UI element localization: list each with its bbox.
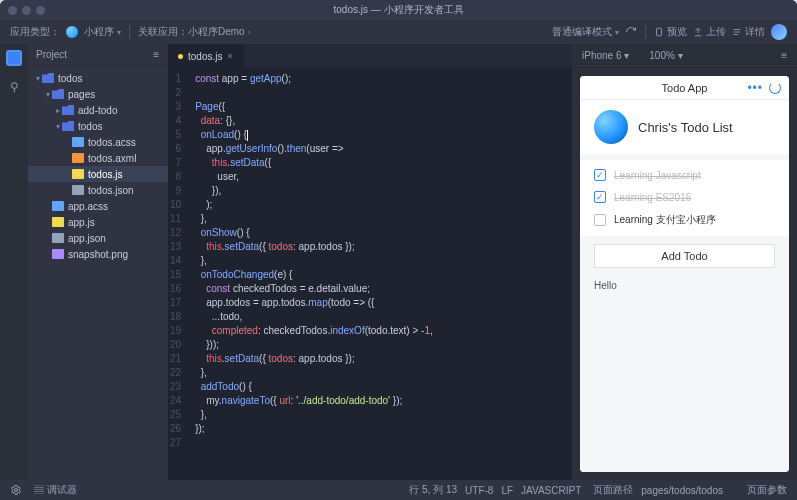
checkbox-icon[interactable] xyxy=(594,214,606,226)
reload-icon[interactable] xyxy=(769,82,781,94)
profile-avatar xyxy=(594,110,628,144)
code-area[interactable]: 1234567891011121314151617181920212223242… xyxy=(168,68,572,480)
todo-item[interactable]: ✓Learning Javascript xyxy=(580,164,789,186)
tree-item-app-acss[interactable]: app.acss xyxy=(28,198,168,214)
tree-item-app-js[interactable]: app.js xyxy=(28,214,168,230)
tree-item-todos[interactable]: ▾todos xyxy=(28,70,168,86)
tree-item-todos-js[interactable]: todos.js xyxy=(28,166,168,182)
editor-tabs: todos.js × xyxy=(168,44,572,68)
titlebar: todos.js — 小程序开发者工具 xyxy=(0,0,797,20)
hello-text: Hello xyxy=(580,274,789,472)
tree-item-pages[interactable]: ▾pages xyxy=(28,86,168,102)
file-tree[interactable]: ▾todos▾pages▸add-todo▾todostodos.acsstod… xyxy=(28,66,168,480)
sidebar-menu-icon[interactable]: ≡ xyxy=(153,49,160,60)
app-icon xyxy=(66,26,78,38)
tree-item-todos-json[interactable]: todos.json xyxy=(28,182,168,198)
top-toolbar: 应用类型： 小程序 ▾ 关联应用：小程序Demo › 普通编译模式 ▾ 预览 上… xyxy=(0,20,797,44)
upload-button[interactable]: 上传 xyxy=(693,25,726,39)
app-type-label: 应用类型： xyxy=(10,25,60,39)
app-name-selector[interactable]: 小程序 ▾ xyxy=(84,25,121,39)
zoom-selector[interactable]: 100% ▾ xyxy=(649,50,682,61)
sidebar-title: Project xyxy=(36,49,67,60)
language-mode[interactable]: JAVASCRIPT xyxy=(521,485,581,496)
profile-header: Chris's Todo List xyxy=(580,100,789,154)
device-frame: Todo App ••• Chris's Todo List ✓Learning… xyxy=(580,76,789,472)
eol[interactable]: LF xyxy=(501,485,513,496)
simulator-panel: iPhone 6 ▾ 100% ▾ ≡ Todo App ••• Chris's… xyxy=(572,44,797,480)
close-tab-icon[interactable]: × xyxy=(227,51,232,61)
modified-indicator-icon xyxy=(178,54,183,59)
ide-window: todos.js — 小程序开发者工具 应用类型： 小程序 ▾ 关联应用：小程序… xyxy=(0,0,797,500)
checkbox-icon[interactable]: ✓ xyxy=(594,169,606,181)
tab-label: todos.js xyxy=(188,51,222,62)
page-params-button[interactable]: 页面参数 xyxy=(747,483,787,497)
checkbox-icon[interactable]: ✓ xyxy=(594,191,606,203)
tree-item-todos[interactable]: ▾todos xyxy=(28,118,168,134)
tree-item-app-json[interactable]: app.json xyxy=(28,230,168,246)
user-avatar[interactable] xyxy=(771,24,787,40)
explorer-icon[interactable] xyxy=(6,50,22,66)
page-path[interactable]: pages/todos/todos xyxy=(641,485,723,496)
debugger-button[interactable]: ▤ 调试器 xyxy=(34,483,77,497)
linked-app-selector[interactable]: 关联应用：小程序Demo › xyxy=(138,25,250,39)
activity-bar: ⚲ xyxy=(0,44,28,480)
window-title: todos.js — 小程序开发者工具 xyxy=(0,3,797,17)
add-todo-button[interactable]: Add Todo xyxy=(594,244,775,268)
list-title: Chris's Todo List xyxy=(638,120,733,135)
encoding[interactable]: UTF-8 xyxy=(465,485,493,496)
svg-rect-0 xyxy=(657,28,662,36)
tree-item-todos-axml[interactable]: todos.axml xyxy=(28,150,168,166)
code-editor: todos.js × 12345678910111213141516171819… xyxy=(168,44,572,480)
settings-icon[interactable] xyxy=(10,484,22,496)
details-button[interactable]: 详情 xyxy=(732,25,765,39)
app-titlebar: Todo App ••• xyxy=(580,76,789,100)
todo-item[interactable]: Learning 支付宝小程序 xyxy=(580,208,789,232)
tree-item-todos-acss[interactable]: todos.acss xyxy=(28,134,168,150)
device-selector[interactable]: iPhone 6 ▾ xyxy=(582,50,629,61)
search-icon[interactable]: ⚲ xyxy=(10,80,19,94)
more-icon[interactable]: ••• xyxy=(747,81,763,95)
app-title: Todo App xyxy=(662,82,708,94)
statusbar: ▤ 调试器 行 5, 列 13 UTF-8 LF JAVASCRIPT 页面路径… xyxy=(0,480,797,500)
cursor-position[interactable]: 行 5, 列 13 xyxy=(409,483,457,497)
todo-list: ✓Learning Javascript✓Learning ES2016Lear… xyxy=(580,160,789,236)
tree-item-snapshot-png[interactable]: snapshot.png xyxy=(28,246,168,262)
tab-todos-js[interactable]: todos.js × xyxy=(168,44,244,68)
file-explorer: Project ≡ ▾todos▾pages▸add-todo▾todostod… xyxy=(28,44,168,480)
compile-mode-selector[interactable]: 普通编译模式 ▾ xyxy=(552,25,619,39)
refresh-button[interactable] xyxy=(625,26,637,38)
todo-item[interactable]: ✓Learning ES2016 xyxy=(580,186,789,208)
tree-item-add-todo[interactable]: ▸add-todo xyxy=(28,102,168,118)
svg-point-1 xyxy=(15,489,18,492)
preview-button[interactable]: 预览 xyxy=(654,25,687,39)
page-path-label: 页面路径 xyxy=(593,483,633,497)
simulator-menu-icon[interactable]: ≡ xyxy=(781,50,787,61)
